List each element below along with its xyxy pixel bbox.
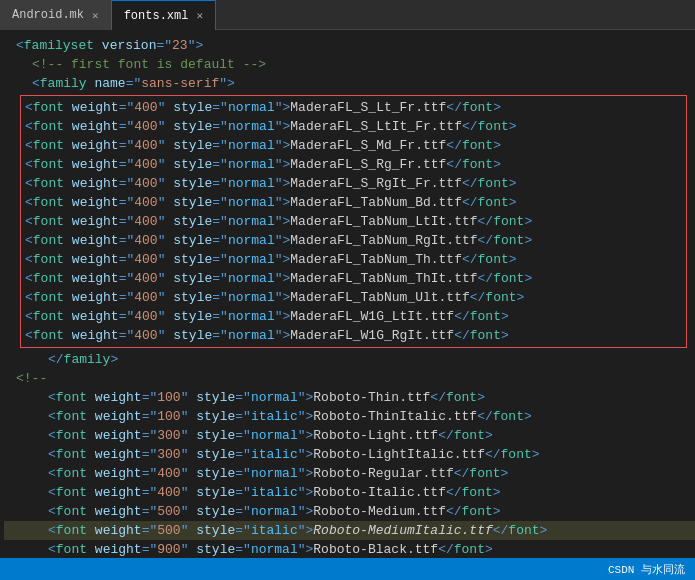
roboto-thin-italic: <font weight="100" style="italic">Roboto…: [4, 407, 695, 426]
tab-android-mk-label: Android.mk: [12, 8, 84, 22]
roboto-light: <font weight="300" style="normal">Roboto…: [4, 426, 695, 445]
font-line-9: <font weight="400" style="normal">Madera…: [25, 250, 682, 269]
line-familyset: <familyset version="23">: [4, 36, 695, 55]
roboto-regular: <font weight="400" style="normal">Roboto…: [4, 464, 695, 483]
font-line-3: <font weight="400" style="normal">Madera…: [25, 136, 682, 155]
tab-fonts-xml-label: fonts.xml: [124, 9, 189, 23]
font-line-1: <font weight="400" style="normal">Madera…: [25, 98, 682, 117]
editor-area: <familyset version="23"> <!-- first font…: [0, 30, 695, 558]
font-line-7: <font weight="400" style="normal">Madera…: [25, 212, 682, 231]
font-line-12: <font weight="400" style="normal">Madera…: [25, 307, 682, 326]
tab-android-mk[interactable]: Android.mk ✕: [0, 0, 112, 30]
font-line-6: <font weight="400" style="normal">Madera…: [25, 193, 682, 212]
line-comment-first: <!-- first font is default -->: [4, 55, 695, 74]
status-text: CSDN 与水同流: [608, 562, 685, 577]
roboto-italic: <font weight="400" style="italic">Roboto…: [4, 483, 695, 502]
line-family-close: </family>: [4, 350, 695, 369]
tab-android-mk-close[interactable]: ✕: [92, 9, 99, 22]
line-comment-open: <!--: [4, 369, 695, 388]
font-line-13: <font weight="400" style="normal">Madera…: [25, 326, 682, 345]
font-line-4: <font weight="400" style="normal">Madera…: [25, 155, 682, 174]
roboto-black: <font weight="900" style="normal">Roboto…: [4, 540, 695, 558]
tab-fonts-xml[interactable]: fonts.xml ✕: [112, 0, 216, 30]
roboto-medium-italic: <font weight="500" style="italic">Roboto…: [4, 521, 695, 540]
font-line-5: <font weight="400" style="normal">Madera…: [25, 174, 682, 193]
font-line-2: <font weight="400" style="normal">Madera…: [25, 117, 682, 136]
status-bar: CSDN 与水同流: [0, 558, 695, 580]
roboto-thin: <font weight="100" style="normal">Roboto…: [4, 388, 695, 407]
tab-bar: Android.mk ✕ fonts.xml ✕: [0, 0, 695, 30]
line-family-open: <family name="sans-serif">: [4, 74, 695, 93]
font-line-11: <font weight="400" style="normal">Madera…: [25, 288, 682, 307]
tab-fonts-xml-close[interactable]: ✕: [196, 9, 203, 22]
highlight-box: <font weight="400" style="normal">Madera…: [20, 95, 687, 348]
font-line-8: <font weight="400" style="normal">Madera…: [25, 231, 682, 250]
font-line-10: <font weight="400" style="normal">Madera…: [25, 269, 682, 288]
roboto-light-italic: <font weight="300" style="italic">Roboto…: [4, 445, 695, 464]
roboto-medium: <font weight="500" style="normal">Roboto…: [4, 502, 695, 521]
